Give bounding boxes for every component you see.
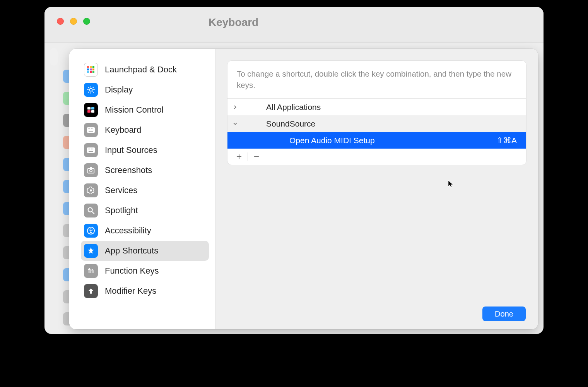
mission-control-icon: [84, 103, 98, 117]
shortcuts-card: To change a shortcut, double click the k…: [227, 60, 526, 165]
svg-rect-8: [92, 71, 94, 73]
zoom-window-button[interactable]: [83, 18, 90, 25]
sidebar-item-label: Launchpad & Dock: [105, 65, 177, 75]
svg-rect-28: [87, 147, 95, 153]
launchpad-icon: [84, 63, 98, 77]
spotlight-icon: [84, 204, 98, 217]
separator: [248, 152, 248, 161]
svg-rect-4: [90, 68, 92, 70]
chevron-down-icon: [227, 121, 243, 127]
shortcut-group-row[interactable]: SoundSource: [227, 115, 526, 132]
sidebar-item-label: Input Sources: [105, 145, 157, 155]
sidebar-item-label: Modifier Keys: [105, 286, 156, 296]
display-icon: [84, 83, 98, 97]
svg-rect-31: [91, 149, 92, 149]
svg-point-35: [90, 170, 92, 172]
svg-point-36: [90, 189, 92, 192]
svg-rect-5: [92, 68, 94, 70]
svg-rect-24: [89, 128, 90, 129]
svg-rect-23: [88, 128, 89, 129]
svg-rect-22: [87, 127, 95, 133]
sidebar-item-modifier-keys[interactable]: Modifier Keys: [81, 281, 209, 301]
accessibility-icon: [84, 224, 98, 238]
sidebar-item-app-shortcuts[interactable]: App Shortcuts: [81, 241, 209, 261]
svg-rect-30: [89, 149, 90, 149]
shortcuts-pane: To change a shortcut, double click the k…: [215, 49, 538, 329]
shortcuts-sheet: Launchpad & Dock Display Mission Control: [69, 49, 538, 329]
preferences-window: Keyboard: [44, 7, 544, 334]
minimize-window-button[interactable]: [70, 18, 77, 25]
svg-rect-0: [87, 66, 89, 68]
svg-line-17: [93, 87, 94, 88]
shortcut-name: Open Audio MIDI Setup: [243, 136, 480, 145]
close-window-button[interactable]: [57, 18, 64, 25]
svg-rect-3: [87, 68, 89, 70]
cursor-icon: [447, 180, 455, 188]
app-shortcuts-icon: [84, 244, 98, 258]
svg-rect-6: [87, 71, 89, 73]
chevron-right-icon: [227, 104, 243, 110]
svg-rect-20: [87, 110, 91, 113]
shortcut-row-selected[interactable]: Open Audio MIDI Setup ⇧⌘A: [227, 132, 526, 149]
shortcut-group-row[interactable]: All Applications: [227, 99, 526, 115]
svg-rect-18: [87, 107, 91, 110]
sidebar-item-label: App Shortcuts: [105, 246, 158, 256]
sidebar: Launchpad & Dock Display Mission Control: [69, 49, 215, 329]
svg-rect-33: [89, 151, 93, 152]
svg-rect-32: [92, 149, 93, 149]
background-search-field: [50, 48, 58, 66]
sidebar-item-label: Function Keys: [105, 266, 159, 276]
function-keys-icon: fn: [84, 264, 98, 278]
screenshots-icon: [84, 163, 98, 177]
window-title: Keyboard: [209, 16, 258, 29]
sidebar-item-input-sources[interactable]: Input Sources: [81, 140, 209, 160]
sidebar-item-label: Display: [105, 85, 133, 95]
sidebar-item-label: Keyboard: [105, 125, 141, 135]
sidebar-item-spotlight[interactable]: Spotlight: [81, 200, 209, 221]
svg-line-38: [92, 212, 94, 214]
svg-rect-7: [90, 71, 92, 73]
remove-shortcut-button[interactable]: [250, 151, 263, 163]
sidebar-item-function-keys[interactable]: fn Function Keys: [81, 261, 209, 281]
sidebar-item-launchpad-dock[interactable]: Launchpad & Dock: [81, 60, 209, 80]
sidebar-item-mission-control[interactable]: Mission Control: [81, 100, 209, 120]
sidebar-item-label: Mission Control: [105, 105, 164, 115]
add-shortcut-button[interactable]: [233, 151, 245, 163]
svg-rect-29: [88, 149, 89, 149]
group-name: All Applications: [243, 103, 526, 112]
sidebar-item-keyboard[interactable]: Keyboard: [81, 120, 209, 140]
svg-rect-25: [91, 128, 92, 129]
svg-rect-1: [90, 66, 92, 68]
help-text: To change a shortcut, double click the k…: [227, 61, 526, 99]
sidebar-item-label: Screenshots: [105, 165, 152, 175]
sidebar-item-accessibility[interactable]: Accessibility: [81, 221, 209, 241]
shortcut-keys[interactable]: ⇧⌘A: [480, 136, 526, 145]
keyboard-icon: [84, 123, 98, 137]
svg-line-14: [88, 87, 89, 88]
sidebar-item-services[interactable]: Services: [81, 180, 209, 200]
sidebar-item-label: Accessibility: [105, 226, 151, 236]
svg-rect-21: [91, 110, 94, 113]
svg-rect-27: [89, 131, 93, 132]
svg-rect-26: [92, 128, 93, 129]
sidebar-item-label: Spotlight: [105, 205, 138, 216]
svg-rect-2: [92, 66, 94, 68]
svg-line-16: [88, 92, 89, 92]
done-button[interactable]: Done: [482, 307, 526, 321]
sidebar-item-display[interactable]: Display: [81, 80, 209, 100]
services-icon: [84, 183, 98, 197]
svg-point-9: [89, 88, 92, 91]
group-name: SoundSource: [243, 119, 526, 128]
svg-point-40: [91, 228, 92, 229]
sidebar-item-screenshots[interactable]: Screenshots: [81, 160, 209, 180]
sidebar-item-label: Services: [105, 185, 137, 195]
svg-line-15: [93, 92, 94, 92]
modifier-keys-icon: [84, 284, 98, 298]
svg-rect-19: [91, 107, 94, 110]
titlebar: Keyboard: [44, 7, 544, 43]
input-sources-icon: [84, 143, 98, 157]
